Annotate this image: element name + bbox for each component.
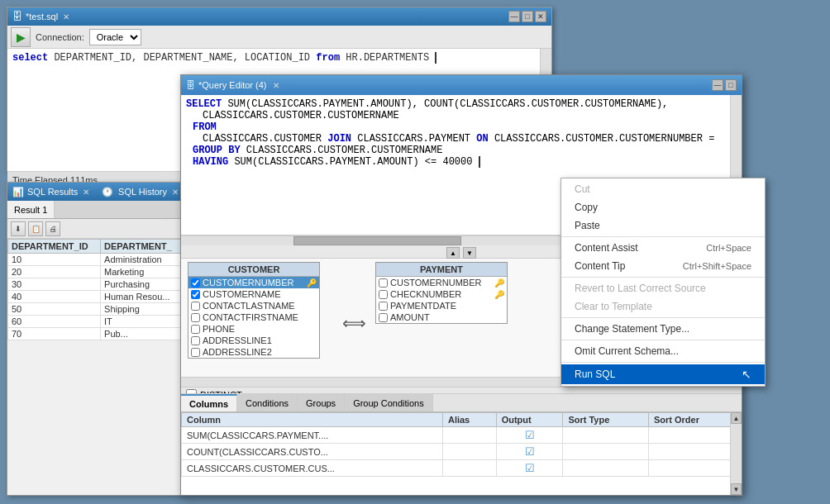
grid-cell-alias3 [442, 460, 496, 477]
cm-change-stmt[interactable]: Change Statement Type... [561, 320, 765, 338]
sql-line-6: HAVING SUM(CLASSICCARS.PAYMENT.AMOUNT) <… [186, 156, 737, 168]
results-icon: 📊 [12, 187, 24, 197]
cm-change-stmt-label: Change Statement Type... [575, 323, 689, 335]
main-titlebar-left: 🗄 *Query Editor (4) ✕ [186, 80, 279, 90]
sql-line-3: FROM [186, 121, 737, 133]
result1-tab[interactable]: Result 1 [7, 201, 55, 218]
cm-paste-label: Paste [575, 220, 600, 231]
tab-columns[interactable]: Columns [181, 394, 237, 411]
payment-amount-checkbox[interactable] [379, 313, 388, 322]
col-dept-id: DEPARTMENT_ID [8, 240, 101, 254]
customername-checkbox[interactable] [191, 290, 200, 299]
cm-sep-4 [561, 340, 765, 340]
contactlastname-checkbox[interactable] [191, 302, 200, 311]
bg-toolbar: ▶ Connection: Oracle [7, 26, 551, 49]
tab-groups-label: Groups [306, 398, 336, 408]
addressline1-checkbox[interactable] [191, 336, 200, 345]
cm-sep-3 [561, 317, 765, 318]
main-window-controls: — □ [712, 79, 737, 91]
tab-conditions[interactable]: Conditions [237, 394, 298, 411]
customername-row: CUSTOMERNAME [188, 288, 319, 300]
bg-tab-close[interactable]: ✕ [63, 12, 69, 21]
payment-date-checkbox[interactable] [379, 302, 388, 311]
cursor-pointer: ↖ [742, 368, 751, 381]
addressline1-row: ADDRESSLINE1 [188, 335, 319, 346]
addressline2-row: ADDRESSLINE2 [188, 346, 319, 358]
grid-col-sortorder: Sort Order [648, 413, 741, 427]
distinct-checkbox[interactable] [186, 389, 197, 394]
cm-copy[interactable]: Copy [561, 198, 765, 216]
customer-field-row: CUSTOMERNUMBER 🔑 [188, 277, 319, 288]
cm-revert[interactable]: Revert to Last Correct Source [561, 279, 765, 297]
tab-groups[interactable]: Groups [298, 394, 345, 411]
cm-paste[interactable]: Paste [561, 216, 765, 235]
results-panel: 📊 SQL Results ✕ 🕐 SQL History ✕ Result 1… [7, 182, 184, 496]
table-row: 40Human Resou... [8, 291, 184, 303]
grid-scrollbar-v[interactable]: ▲ ▼ [730, 412, 742, 495]
grid-scroll-down-btn[interactable]: ▼ [731, 483, 742, 495]
results-tab-close[interactable]: ✕ [83, 188, 89, 197]
cm-content-tip[interactable]: Content Tip Ctrl+Shift+Space [561, 257, 765, 275]
grid-table: Column Alias Output Sort Type Sort Order… [181, 412, 742, 477]
print-button[interactable]: 🖨 [45, 221, 60, 236]
grid-cell-sorttype3 [563, 460, 649, 477]
addressline2-checkbox[interactable] [191, 348, 200, 357]
payment-date-row: PAYMENTDATE [376, 300, 507, 311]
payment-amount-row: AMOUNT [376, 311, 507, 323]
copy-button[interactable]: 📋 [28, 221, 43, 236]
distinct-label: DISTINCT [200, 390, 242, 395]
results-titlebar: 📊 SQL Results ✕ 🕐 SQL History ✕ [7, 183, 184, 201]
main-tab-close[interactable]: ✕ [273, 81, 279, 90]
cm-run-sql[interactable]: Run SQL ↖ [561, 364, 765, 384]
cm-sep-5 [561, 362, 765, 363]
query-editor-icon: 🗄 [186, 80, 195, 90]
cm-clear-label: Clear to Template [575, 301, 652, 312]
cm-clear[interactable]: Clear to Template [561, 297, 765, 316]
grid-cell-output1: ☑ [496, 427, 563, 444]
grid-row-2: COUNT(CLASSICCARS.CUSTO... ☑ [182, 444, 742, 460]
contactfirstname-checkbox[interactable] [191, 313, 200, 322]
cm-run-sql-label: Run SQL [575, 368, 615, 380]
results-toolbar: ⬇ 📋 🖨 [7, 219, 184, 239]
vqb-scroll-up[interactable]: ▲ [446, 247, 460, 259]
connection-select[interactable]: Oracle [89, 29, 141, 45]
result1-tab-label: Result 1 [14, 205, 47, 215]
grid-cell-col3: CLASSICCARS.CUSTOMER.CUS... [182, 460, 443, 477]
cm-content-tip-label: Content Tip [575, 260, 625, 272]
phone-checkbox[interactable] [191, 325, 200, 334]
main-minimize-button[interactable]: — [712, 79, 723, 91]
cm-cut[interactable]: Cut [561, 180, 765, 198]
cm-sep-2 [561, 277, 765, 278]
grid-cell-alias1 [442, 427, 496, 444]
payment-checknumber-checkbox[interactable] [379, 290, 388, 299]
bg-window-controls: — □ ✕ [508, 11, 546, 22]
export-button[interactable]: ⬇ [11, 221, 26, 236]
main-restore-button[interactable]: □ [725, 79, 737, 91]
cm-content-assist-shortcut: Ctrl+Space [706, 243, 751, 253]
results-tab-strip: Result 1 [7, 201, 184, 219]
grid-col-output: Output [496, 413, 563, 427]
context-menu: Cut Copy Paste Content Assist Ctrl+Space… [560, 178, 766, 387]
grid-scroll-up-btn[interactable]: ▲ [731, 412, 742, 424]
results-title: SQL Results [27, 187, 78, 197]
cm-content-assist[interactable]: Content Assist Ctrl+Space [561, 239, 765, 257]
customernumber-checkbox[interactable] [191, 278, 200, 288]
bg-window-titlebar: 🗄 *test.sql ✕ — □ ✕ [7, 7, 551, 26]
grid-row-1: SUM(CLASSICCARS.PAYMENT.... ☑ [182, 427, 742, 444]
vqb-scroll-down[interactable]: ▼ [463, 247, 476, 259]
distinct-row: DISTINCT [181, 387, 742, 394]
contactfirstname-row: CONTACTFIRSTNAME [188, 311, 319, 323]
sql-table: HR.DEPARTMENTS [346, 52, 429, 64]
restore-button[interactable]: □ [522, 11, 533, 22]
minimize-button[interactable]: — [508, 11, 520, 22]
close-button[interactable]: ✕ [535, 11, 546, 22]
payment-customernumber-checkbox[interactable] [379, 278, 388, 288]
cm-omit-schema[interactable]: Omit Current Schema... [561, 342, 765, 360]
bottom-tabs: Columns Conditions Groups Group Conditio… [181, 394, 742, 412]
editor-hscrollbar-thumb[interactable] [293, 236, 461, 245]
results-table-container: DEPARTMENT_ID DEPARTMENT_ 10Administrati… [7, 239, 184, 478]
connection-label: Connection: [36, 32, 84, 42]
history-tab-close[interactable]: ✕ [172, 188, 179, 197]
run-button-bg[interactable]: ▶ [11, 27, 31, 47]
tab-group-conditions[interactable]: Group Conditions [345, 394, 433, 411]
